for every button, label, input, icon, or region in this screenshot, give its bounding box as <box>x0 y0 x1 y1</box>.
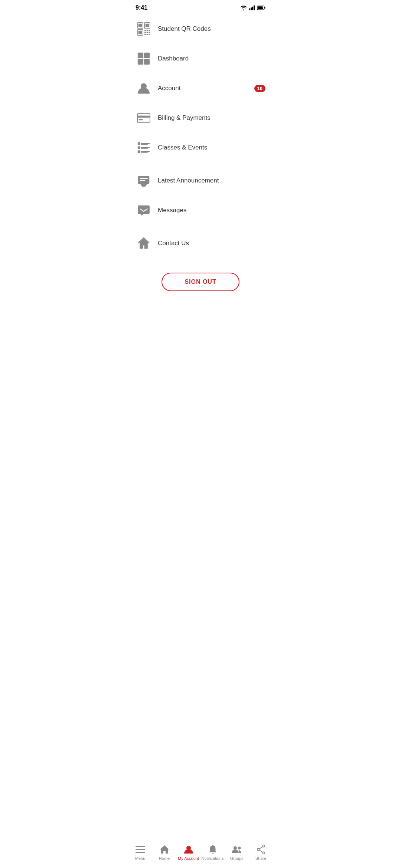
svg-rect-35 <box>141 148 148 149</box>
svg-rect-13 <box>144 30 146 31</box>
svg-rect-17 <box>147 32 148 33</box>
svg-rect-40 <box>140 178 148 179</box>
svg-rect-20 <box>147 34 148 35</box>
wifi-icon <box>240 5 247 10</box>
contact-icon <box>136 235 152 251</box>
svg-rect-29 <box>139 119 143 121</box>
divider <box>128 260 273 260</box>
status-time: 9:41 <box>136 4 147 11</box>
signal-icon <box>249 5 255 10</box>
messages-button[interactable]: Messages <box>128 195 273 225</box>
svg-rect-21 <box>149 34 150 35</box>
svg-rect-8 <box>138 24 142 27</box>
dashboard-icon <box>136 50 152 67</box>
svg-rect-27 <box>137 114 150 122</box>
svg-rect-33 <box>138 146 140 149</box>
svg-rect-24 <box>138 59 143 65</box>
svg-rect-25 <box>144 59 150 65</box>
messages-label: Messages <box>158 207 186 214</box>
svg-rect-34 <box>141 147 150 148</box>
divider <box>128 227 273 227</box>
account-button[interactable]: Account 10 <box>128 73 273 103</box>
svg-rect-19 <box>144 34 146 35</box>
svg-rect-42 <box>138 206 150 214</box>
student-qr-codes-label: Student QR Codes <box>158 25 211 33</box>
list-item: Account 10 <box>128 73 273 103</box>
messages-icon <box>136 202 152 218</box>
sign-out-button[interactable]: SIGN OUT <box>162 273 239 291</box>
list-item: Classes & Events <box>128 133 273 162</box>
svg-rect-15 <box>149 30 150 31</box>
svg-rect-41 <box>140 180 145 181</box>
menu-list: Student QR Codes Dashboard <box>128 14 273 260</box>
svg-rect-23 <box>144 53 150 58</box>
latest-announcement-button[interactable]: Latest Announcement <box>128 166 273 195</box>
svg-rect-18 <box>149 32 150 33</box>
latest-announcement-label: Latest Announcement <box>158 177 219 184</box>
account-badge: 10 <box>254 85 265 92</box>
list-item: Billing & Payments <box>128 103 273 133</box>
svg-rect-22 <box>138 53 143 58</box>
divider <box>128 164 273 164</box>
list-item: Contact Us <box>128 228 273 258</box>
svg-rect-28 <box>137 116 150 118</box>
svg-rect-3 <box>254 6 255 10</box>
svg-marker-43 <box>138 239 149 249</box>
status-bar: 9:41 <box>128 0 273 14</box>
svg-rect-6 <box>258 6 263 9</box>
dashboard-label: Dashboard <box>158 55 189 62</box>
billing-payments-label: Billing & Payments <box>158 114 211 122</box>
svg-rect-36 <box>138 150 140 153</box>
status-icons <box>240 5 265 10</box>
svg-rect-10 <box>146 24 149 27</box>
svg-rect-12 <box>138 31 142 34</box>
announcement-icon <box>136 172 152 189</box>
student-qr-codes-button[interactable]: Student QR Codes <box>128 14 273 44</box>
account-label: Account <box>158 85 180 92</box>
svg-rect-1 <box>251 7 252 10</box>
contact-us-label: Contact Us <box>158 240 189 247</box>
classes-events-button[interactable]: Classes & Events <box>128 133 273 162</box>
svg-rect-38 <box>141 152 148 153</box>
classes-icon <box>136 139 152 156</box>
sign-out-area: SIGN OUT <box>128 262 273 299</box>
list-item: Latest Announcement <box>128 166 273 195</box>
list-item: Student QR Codes <box>128 14 273 44</box>
main-content: Student QR Codes Dashboard <box>128 14 273 328</box>
svg-rect-14 <box>147 30 148 31</box>
account-icon <box>136 80 152 96</box>
contact-us-button[interactable]: Contact Us <box>128 228 273 258</box>
svg-rect-2 <box>252 7 253 10</box>
svg-rect-32 <box>141 144 148 145</box>
list-item: Messages <box>128 195 273 225</box>
billing-payments-button[interactable]: Billing & Payments <box>128 103 273 133</box>
svg-rect-30 <box>138 142 140 145</box>
billing-icon <box>136 110 152 126</box>
svg-rect-16 <box>144 32 146 33</box>
svg-rect-37 <box>141 151 150 152</box>
svg-rect-31 <box>141 143 150 144</box>
list-item: Dashboard <box>128 44 273 73</box>
svg-rect-0 <box>249 9 250 10</box>
qr-icon <box>136 21 152 37</box>
dashboard-button[interactable]: Dashboard <box>128 44 273 73</box>
battery-icon <box>257 6 265 10</box>
svg-rect-5 <box>264 7 265 9</box>
classes-events-label: Classes & Events <box>158 144 207 151</box>
